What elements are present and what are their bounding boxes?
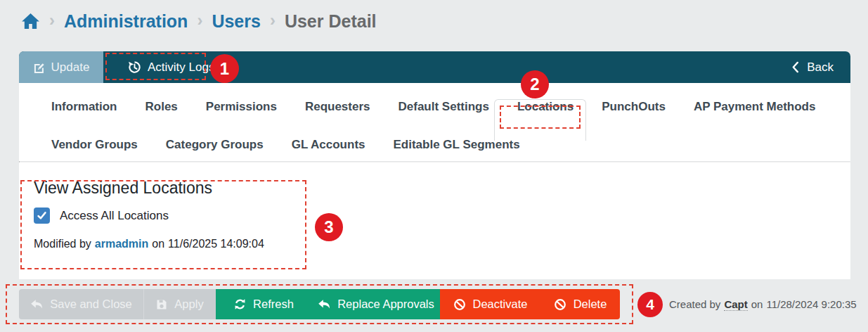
home-icon[interactable] [21,13,40,30]
modified-by-datetime: 11/6/2025 14:09:04 [168,238,264,250]
apply-button: Apply [144,289,216,319]
modified-by-prefix: Modified by [34,238,91,250]
activity-logs-button[interactable]: Activity Logs [119,51,223,83]
chevron-left-icon [791,61,799,73]
update-button-label: Update [51,60,90,75]
tab-editable-gl-segments[interactable]: Editable GL Segments [380,138,534,152]
save-and-close-button: Save and Close [19,289,144,319]
activity-logs-label: Activity Logs [148,60,214,75]
access-all-locations-row: Access All Locations [34,208,169,224]
edit-icon [33,61,45,73]
breadcrumb-users[interactable]: Users [212,11,261,32]
created-by-datetime: 11/28/2024 9:20:35 [766,298,856,310]
locations-tab-content: View Assigned Locations Access All Locat… [19,162,850,269]
history-icon [128,60,141,74]
tab-permissions[interactable]: Permissions [192,100,291,114]
tab-requesters[interactable]: Requesters [291,100,384,114]
tab-vendor-groups[interactable]: Vendor Groups [37,138,152,152]
created-by-on: on [751,298,763,310]
save-icon [156,299,167,310]
tab-information[interactable]: Information [37,100,131,114]
created-by-prefix: Created by [669,298,720,310]
delete-button[interactable]: Delete [540,289,620,319]
created-by-line: Created by Capt on 11/28/2024 9:20:35 [669,298,857,311]
toolbar-spacer [223,51,775,83]
created-by-user-link[interactable]: Capt [724,298,747,311]
apply-label: Apply [174,298,203,311]
reply-arrow-icon [30,299,43,310]
annotation-step-4: 4 [637,292,663,317]
modified-by-on: on [152,238,164,250]
breadcrumb-separator: › [49,12,55,31]
deactivate-button[interactable]: Deactivate [440,289,540,319]
replace-approvals-button[interactable]: Replace Approvals [312,289,440,319]
access-all-locations-checkbox[interactable] [34,208,50,224]
tab-category-groups[interactable]: Category Groups [152,138,278,152]
refresh-label: Refresh [253,298,294,311]
user-detail-panel: Update Activity Logs Back Information Ro… [19,51,850,279]
modified-by-line: Modified by armadmin on 11/6/2025 14:09:… [34,238,264,250]
back-button-label: Back [807,60,834,75]
deactivate-label: Deactivate [473,298,528,311]
breadcrumb-separator: › [197,12,202,31]
replace-approvals-label: Replace Approvals [337,298,434,311]
breadcrumb-separator: › [270,12,276,31]
tab-default-settings[interactable]: Default Settings [384,100,503,114]
action-toolbar: Update Activity Logs Back [19,51,850,83]
tab-locations[interactable]: Locations [503,100,588,114]
back-button[interactable]: Back [775,51,850,83]
footer-toolbar: Save and Close Apply Refresh Replace App… [19,289,620,319]
tabs-row-1: Information Roles Permissions Requesters… [19,86,850,128]
ban-icon [554,298,566,311]
delete-label: Delete [574,298,607,311]
access-all-locations-label[interactable]: Access All Locations [60,209,169,223]
section-heading: View Assigned Locations [34,179,212,198]
tabs-row-2: Vendor Groups Category Groups GL Account… [19,128,850,161]
reply-arrow-icon [318,299,330,310]
tab-gl-accounts[interactable]: GL Accounts [278,138,380,152]
ban-icon [453,298,466,311]
tab-punchouts[interactable]: PunchOuts [588,100,680,114]
tab-ap-payment-methods[interactable]: AP Payment Methods [680,100,830,114]
refresh-icon [234,298,246,310]
breadcrumb-user-detail: User Detail [285,11,377,32]
breadcrumb: › Administration › Users › User Detail [21,11,377,32]
save-and-close-label: Save and Close [50,298,132,311]
tab-roles[interactable]: Roles [131,100,192,114]
modified-by-user-link[interactable]: armadmin [95,238,148,250]
checkmark-icon [36,210,48,222]
update-button[interactable]: Update [19,51,103,83]
refresh-button[interactable]: Refresh [216,289,312,319]
user-detail-page: › Administration › Users › User Detail U… [0,0,868,332]
breadcrumb-administration[interactable]: Administration [64,11,188,32]
